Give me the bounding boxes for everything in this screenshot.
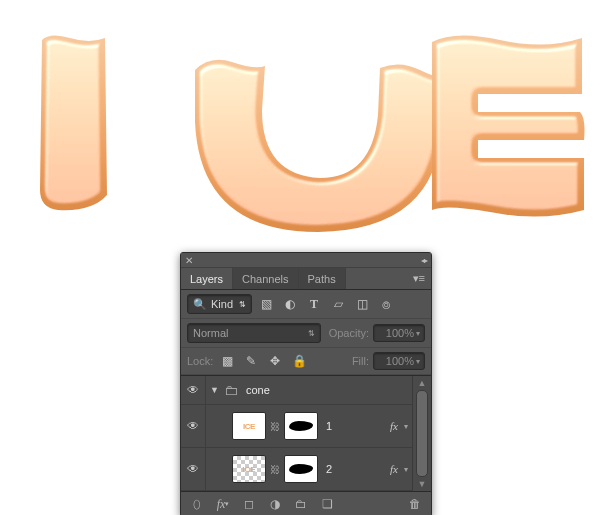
layer-row[interactable]: 👁 ICE ⛓ 1 fx ▾ — [181, 405, 412, 448]
lock-label: Lock: — [187, 355, 213, 367]
visibility-toggle[interactable]: 👁 — [181, 376, 206, 404]
filter-pixel-icon[interactable]: ▧ — [256, 295, 276, 313]
eye-icon: 👁 — [187, 419, 199, 433]
fill-label: Fill: — [352, 355, 369, 367]
lock-all-icon[interactable]: 🔒 — [289, 352, 309, 370]
fx-disclosure[interactable]: ▾ — [404, 465, 408, 474]
chevron-updown-icon: ⇅ — [239, 300, 246, 309]
filter-toggle[interactable]: ⌾ — [376, 295, 396, 313]
scroll-thumb[interactable] — [416, 390, 428, 477]
filter-smart-icon[interactable]: ◫ — [352, 295, 372, 313]
collapse-icon[interactable]: ◂▸ — [421, 256, 427, 265]
layers-panel: ✕ ◂▸ Layers Channels Paths ▾≡ 🔍 Kind ⇅ ▧… — [180, 252, 432, 515]
visibility-toggle[interactable]: 👁 — [181, 405, 206, 447]
fx-disclosure[interactable]: ▾ — [404, 422, 408, 431]
group-name[interactable]: cone — [246, 384, 270, 396]
fill-input[interactable]: 100% ▾ — [373, 352, 425, 370]
layer-row[interactable]: 👁 ICE ⛓ 2 fx ▾ — [181, 448, 412, 491]
chevron-down-icon: ▾ — [416, 329, 420, 338]
mask-thumbnail[interactable] — [284, 412, 318, 440]
lock-position-icon[interactable]: ✥ — [265, 352, 285, 370]
opacity-input[interactable]: 100% ▾ — [373, 324, 425, 342]
new-layer-button[interactable]: ❏ — [316, 495, 338, 513]
search-icon: 🔍 — [193, 298, 207, 311]
canvas — [0, 0, 600, 250]
filter-type-icon[interactable]: T — [304, 295, 324, 313]
fx-badge[interactable]: fx — [390, 463, 398, 475]
adjustment-layer-button[interactable]: ◑ — [264, 495, 286, 513]
close-icon[interactable]: ✕ — [185, 255, 193, 266]
blend-row: Normal ⇅ Opacity: 100% ▾ — [181, 319, 431, 348]
layer-name[interactable]: 2 — [326, 463, 332, 475]
blend-mode-select[interactable]: Normal ⇅ — [187, 323, 321, 343]
layer-name[interactable]: 1 — [326, 420, 332, 432]
lock-image-icon[interactable]: ✎ — [241, 352, 261, 370]
panel-topbar: ✕ ◂▸ — [181, 253, 431, 268]
filter-kind-select[interactable]: 🔍 Kind ⇅ — [187, 294, 252, 314]
folder-icon: 🗀 — [224, 382, 238, 398]
layer-thumbnail[interactable]: ICE — [232, 455, 266, 483]
eye-icon: 👁 — [187, 462, 199, 476]
filter-adjustment-icon[interactable]: ◐ — [280, 295, 300, 313]
blend-mode-value: Normal — [193, 327, 228, 339]
tab-channels[interactable]: Channels — [233, 268, 298, 289]
delete-layer-button[interactable]: 🗑 — [404, 495, 426, 513]
scroll-down-icon[interactable]: ▼ — [418, 479, 427, 489]
eye-icon: 👁 — [187, 383, 199, 397]
panel-footer: ⬯ fx▾ ◻ ◑ 🗀 ❏ 🗑 — [181, 492, 431, 515]
visibility-toggle[interactable]: 👁 — [181, 448, 206, 490]
link-layers-button[interactable]: ⬯ — [186, 495, 208, 513]
mask-thumbnail[interactable] — [284, 455, 318, 483]
panel-menu-icon[interactable]: ▾≡ — [407, 268, 431, 289]
chevron-down-icon: ▾ — [416, 357, 420, 366]
tab-layers[interactable]: Layers — [181, 268, 233, 289]
disclosure-triangle[interactable]: ▼ — [210, 385, 220, 395]
opacity-value: 100% — [386, 327, 414, 339]
layer-mask-button[interactable]: ◻ — [238, 495, 260, 513]
opacity-label: Opacity: — [329, 327, 369, 339]
chevron-down-icon: ⇅ — [308, 329, 315, 338]
scroll-up-icon[interactable]: ▲ — [418, 378, 427, 388]
filter-row: 🔍 Kind ⇅ ▧ ◐ T ▱ ◫ ⌾ — [181, 290, 431, 319]
scrollbar[interactable]: ▲ ▼ — [412, 376, 431, 491]
fill-value: 100% — [386, 355, 414, 367]
link-icon[interactable]: ⛓ — [270, 421, 280, 432]
panel-tabs: Layers Channels Paths ▾≡ — [181, 268, 431, 290]
lock-row: Lock: ▩ ✎ ✥ 🔒 Fill: 100% ▾ — [181, 348, 431, 375]
filter-shape-icon[interactable]: ▱ — [328, 295, 348, 313]
tab-paths[interactable]: Paths — [299, 268, 346, 289]
lock-transparent-icon[interactable]: ▩ — [217, 352, 237, 370]
layer-list: 👁 ▼ 🗀 cone 👁 ICE ⛓ 1 fx ▾ — [181, 375, 431, 492]
layer-thumbnail[interactable]: ICE — [232, 412, 266, 440]
new-group-button[interactable]: 🗀 — [290, 495, 312, 513]
ice-artwork — [0, 0, 600, 250]
filter-kind-label: Kind — [211, 298, 233, 310]
layer-style-button[interactable]: fx▾ — [212, 495, 234, 513]
link-icon[interactable]: ⛓ — [270, 464, 280, 475]
layer-group-row[interactable]: 👁 ▼ 🗀 cone — [181, 376, 412, 405]
fx-badge[interactable]: fx — [390, 420, 398, 432]
